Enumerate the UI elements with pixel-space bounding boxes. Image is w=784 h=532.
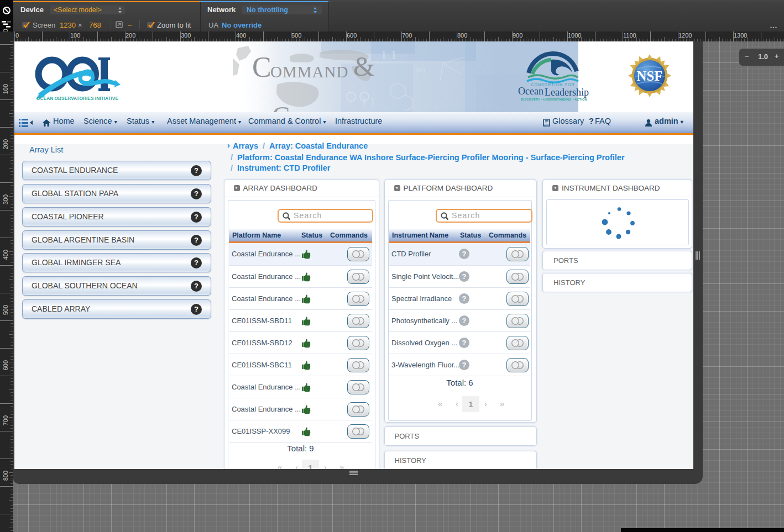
- svg-text:Ocean: Ocean: [518, 86, 543, 97]
- svg-text:DISCOVERY • UNDERSTANDING • AC: DISCOVERY • UNDERSTANDING • ACTION: [521, 98, 587, 101]
- svg-text:OCEAN OBSERVATORIES INITIATIVE: OCEAN OBSERVATORIES INITIATIVE: [36, 96, 118, 101]
- svg-text:NSF: NSF: [637, 69, 663, 83]
- svg-text:Leadership: Leadership: [545, 87, 589, 98]
